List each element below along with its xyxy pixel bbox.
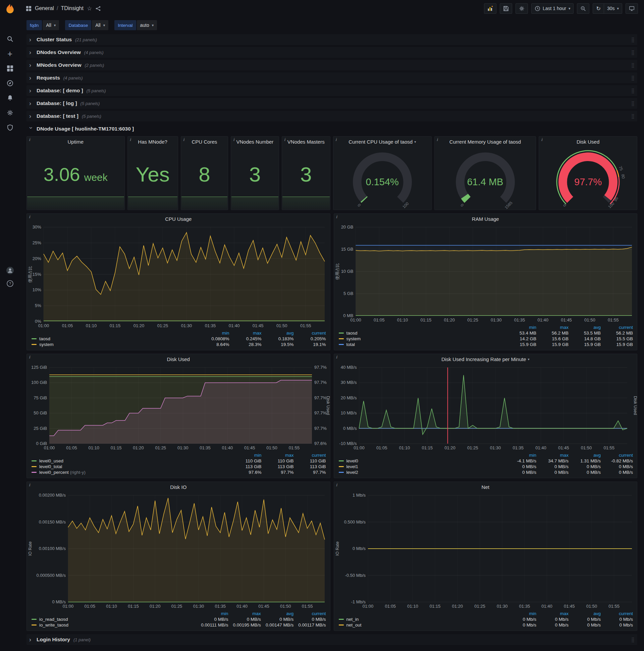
zoom-out-button[interactable]	[577, 3, 589, 14]
panel-title[interactable]: VNodes Number	[231, 136, 279, 147]
legend-column-header[interactable]: current	[293, 611, 326, 616]
series-name[interactable]: total	[347, 342, 355, 347]
legend-column-header[interactable]: max	[228, 611, 261, 616]
create-plus-icon[interactable]: +	[6, 50, 14, 57]
panel-title[interactable]: Disk Used	[27, 354, 330, 364]
series-name[interactable]: io_read_taosd	[39, 617, 68, 622]
panel-info-icon[interactable]: i	[336, 355, 337, 360]
legend-column-header[interactable]: max	[536, 611, 569, 616]
panel-title[interactable]: Disk Used	[539, 136, 637, 147]
panel-title[interactable]: CPU Usage	[27, 214, 330, 224]
legend-column-header[interactable]: current	[294, 330, 326, 336]
row-drag-handle[interactable]: ⣿	[631, 101, 635, 106]
search-icon[interactable]	[6, 35, 14, 42]
series-name[interactable]: system	[39, 342, 54, 347]
time-range-picker[interactable]: Last 1 hour ▾	[531, 3, 574, 14]
legend-column-header[interactable]: max	[536, 324, 569, 330]
legend-column-header[interactable]: avg	[262, 330, 294, 336]
legend-column-header[interactable]: min	[196, 611, 228, 616]
panel-info-icon[interactable]: i	[284, 137, 285, 142]
legend-column-header[interactable]: min	[197, 330, 229, 336]
dashboard-settings-button[interactable]	[516, 3, 528, 14]
breadcrumb-dashboard-title[interactable]: TDinsight	[61, 5, 84, 11]
panel-info-icon[interactable]: i	[29, 214, 30, 219]
server-admin-shield-icon[interactable]	[6, 124, 14, 131]
panel-info-icon[interactable]: i	[29, 483, 30, 487]
series-name[interactable]: level2	[347, 470, 358, 475]
series-name[interactable]: level0_percent	[39, 470, 69, 475]
dashboards-icon[interactable]	[6, 65, 14, 72]
breadcrumb[interactable]: General / TDinsight	[35, 5, 84, 11]
row-drag-handle[interactable]: ⣿	[631, 114, 635, 119]
legend-column-header[interactable]: max	[229, 330, 262, 336]
dashboard-row-database-test[interactable]: ›Database: [ test ](5 panels)⣿	[27, 111, 637, 122]
dashboard-row-database-demo[interactable]: ›Database: [ demo ](5 panels)⣿	[27, 85, 637, 96]
legend-column-header[interactable]: avg	[569, 611, 601, 616]
alerting-bell-icon[interactable]	[6, 94, 14, 102]
panel-title[interactable]: Disk Used Increasing Rate per Minute▾	[334, 354, 637, 364]
panel-title[interactable]: Net	[334, 482, 637, 492]
legend-column-header[interactable]: avg	[569, 324, 601, 330]
panel-info-icon[interactable]: i	[336, 214, 337, 219]
series-name[interactable]: net_in	[347, 617, 359, 622]
panel-title[interactable]: Has MNode?	[128, 136, 178, 147]
legend-column-header[interactable]: max	[262, 452, 294, 458]
panel-info-icon[interactable]: i	[437, 137, 438, 142]
legend-column-header[interactable]: current	[601, 452, 633, 458]
row-drag-handle[interactable]: ⣿	[631, 637, 635, 642]
panel-title[interactable]: CPU Cores	[181, 136, 228, 147]
row-drag-handle[interactable]: ⣿	[631, 88, 635, 93]
series-name[interactable]: level0_total	[39, 464, 62, 469]
row-drag-handle[interactable]: ⣿	[631, 62, 635, 68]
dashboard-row-dnodes-overview[interactable]: ›DNodes Overview(4 panels)⣿	[27, 47, 637, 58]
dashboard-grid-icon[interactable]	[26, 6, 32, 11]
legend-column-header[interactable]: min	[504, 611, 536, 616]
panel-info-icon[interactable]: i	[130, 137, 131, 142]
panel-info-icon[interactable]: i	[541, 137, 542, 142]
legend-column-header[interactable]: min	[504, 324, 536, 330]
panel-info-icon[interactable]: i	[29, 355, 30, 360]
breadcrumb-folder[interactable]: General	[35, 5, 54, 11]
refresh-interval-label[interactable]: 30s	[607, 6, 615, 11]
row-drag-handle[interactable]: ⣿	[631, 50, 635, 55]
dashboard-row-dnode-usage[interactable]: ›DNode Usage [ huolinhe-TM1701:6030 ]	[27, 123, 637, 134]
panel-info-icon[interactable]: i	[335, 137, 337, 142]
cycle-view-button[interactable]	[625, 3, 638, 14]
legend-column-header[interactable]: min	[504, 452, 536, 458]
series-name[interactable]: level1	[347, 464, 358, 469]
series-name[interactable]: taosd	[347, 331, 358, 336]
dashboard-row-mnodes-overview[interactable]: ›MNodes Overview(2 panels)⣿	[27, 60, 637, 70]
series-name[interactable]: taosd	[39, 336, 50, 341]
add-panel-button[interactable]	[484, 3, 496, 14]
dashboard-row-database-log[interactable]: ›Database: [ log ](5 panels)⣿	[27, 98, 637, 109]
dashboard-row-requests[interactable]: ›Requests(4 panels)⣿	[27, 72, 637, 83]
refresh-button[interactable]: ↻ 30s ▾	[593, 3, 622, 14]
share-icon[interactable]	[95, 6, 101, 11]
legend-column-header[interactable]: avg	[569, 452, 601, 458]
panel-title[interactable]: RAM Usage	[334, 214, 637, 224]
panel-info-icon[interactable]: i	[29, 137, 30, 142]
save-dashboard-button[interactable]	[500, 3, 512, 14]
dashboard-row-login-history[interactable]: ›Login History(1 panel)⣿	[27, 634, 637, 645]
panel-title[interactable]: Current CPU Usage of taosd▾	[333, 136, 431, 147]
variable-dropdown-database[interactable]: All▾	[92, 20, 108, 30]
panel-info-icon[interactable]: i	[336, 483, 337, 487]
legend-column-header[interactable]: current	[601, 324, 633, 330]
legend-column-header[interactable]: max	[536, 452, 569, 458]
series-name[interactable]: level0	[347, 458, 358, 463]
dashboard-row-cluster-status[interactable]: ›Cluster Status(21 panels)⣿	[27, 34, 637, 45]
explore-compass-icon[interactable]	[6, 80, 14, 87]
grafana-logo-icon[interactable]	[4, 3, 16, 15]
panel-title[interactable]: Uptime	[27, 136, 124, 147]
series-name[interactable]: io_write_taosd	[39, 622, 68, 627]
legend-column-header[interactable]: min	[229, 452, 262, 458]
user-avatar[interactable]	[6, 267, 14, 274]
series-name[interactable]: level0_used	[39, 458, 63, 463]
row-drag-handle[interactable]: ⣿	[631, 37, 635, 42]
series-name[interactable]: net_out	[347, 622, 362, 627]
legend-column-header[interactable]: current	[294, 452, 326, 458]
configuration-gear-icon[interactable]	[6, 109, 14, 117]
star-icon[interactable]: ☆	[87, 5, 92, 12]
panel-title[interactable]: VNodes Masters	[282, 136, 330, 147]
panel-title[interactable]: Disk IO	[27, 482, 330, 492]
